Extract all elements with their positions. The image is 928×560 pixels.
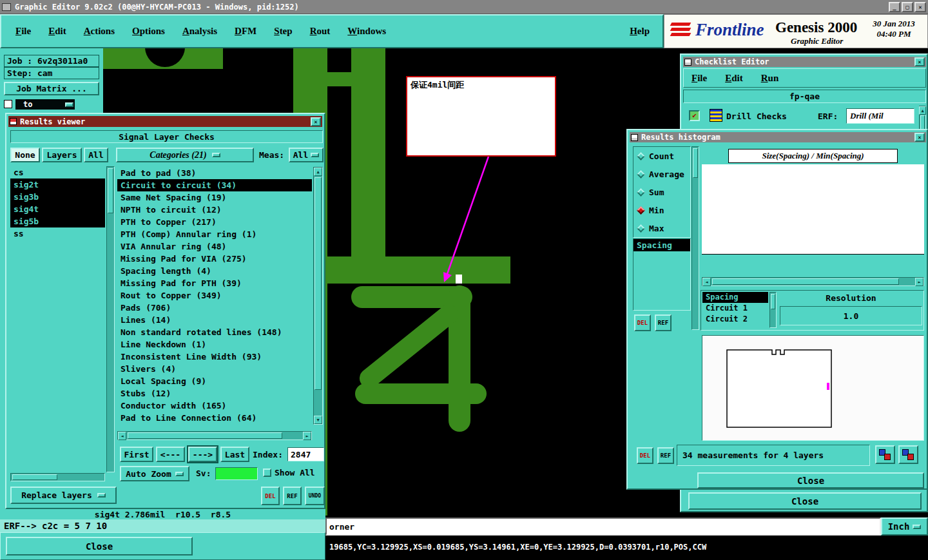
nav-next-button[interactable]: ---> [188, 447, 217, 462]
job-matrix-button[interactable]: Job Matrix ... [4, 82, 99, 95]
menu-dfm[interactable]: DFM [235, 26, 256, 37]
layer-item[interactable]: sig4t [10, 203, 105, 215]
histogram-titlebar[interactable]: Results histogram [630, 132, 926, 142]
series-list[interactable]: SpacingCircuit 1Circuit 2 [702, 292, 768, 328]
meas-dropdown[interactable]: All [289, 148, 324, 162]
scrollbar-thumb[interactable] [693, 148, 698, 178]
stat-option-min[interactable]: Min [633, 201, 690, 219]
menu-file[interactable]: File [15, 26, 31, 37]
undo-button[interactable]: UNDO [305, 487, 325, 505]
drill-checks-label[interactable]: Drill Checks [726, 111, 787, 121]
menu-windows[interactable]: Windows [347, 26, 386, 37]
histogram-ref-button[interactable]: REF [655, 314, 672, 331]
viewer-close-button[interactable]: Close [6, 537, 193, 555]
category-item[interactable]: Line Neckdown (1) [117, 338, 312, 351]
category-item[interactable]: Circuit to circuit (34) [117, 179, 312, 191]
scrollbar-thumb[interactable] [771, 294, 775, 309]
scrollbar-thumb[interactable] [712, 278, 899, 285]
window-titlebar[interactable]: Graphic Editor 9.02c2 (00@HY-HYCAM-PC013… [0, 0, 928, 14]
results-viewer-titlebar[interactable]: Results viewer [8, 116, 322, 127]
delete-measure-button[interactable]: DEL [261, 487, 280, 505]
annotation-note[interactable]: 保证4mil间距 [406, 76, 556, 157]
reference-button[interactable]: REF [283, 487, 302, 505]
scrollbar-thumb[interactable] [314, 177, 322, 390]
categories-scrollbar-vertical[interactable] [313, 167, 323, 425]
menu-run[interactable]: Run [761, 73, 779, 84]
snap-checkbox[interactable] [4, 100, 12, 108]
scroll-up-icon[interactable] [919, 106, 926, 115]
series-scrollbar[interactable] [769, 292, 777, 328]
replace-layers-dropdown[interactable]: Replace layers [10, 487, 117, 504]
nav-last-button[interactable]: Last [220, 447, 249, 462]
scroll-right-icon[interactable] [303, 432, 311, 440]
layers-scrollbar-vertical[interactable] [106, 166, 115, 472]
layers-list[interactable]: cssig2tsig3bsig4tsig5bss [10, 166, 105, 472]
category-item[interactable]: Pad to pad (38) [117, 167, 312, 179]
menu-analysis[interactable]: Analysis [182, 26, 217, 37]
category-item[interactable]: Stubs (12) [117, 387, 312, 400]
stat-option-max[interactable]: Max [633, 219, 690, 237]
checklist-close-icon[interactable] [914, 57, 925, 66]
stat-option-average[interactable]: Average [633, 165, 690, 183]
scrollbar-thumb[interactable] [12, 474, 57, 480]
nav-prev-button[interactable]: <--- [156, 447, 185, 462]
category-item[interactable]: PTH to Copper (217) [117, 216, 312, 228]
histogram-close-button[interactable]: Close [697, 472, 924, 488]
categories-scrollbar-horizontal[interactable] [117, 431, 312, 440]
histogram-close-icon[interactable] [914, 133, 925, 142]
category-item[interactable]: Missing Pad for PTH (39) [117, 277, 312, 289]
series-item[interactable]: Circuit 1 [702, 303, 768, 314]
scroll-up-icon[interactable] [314, 168, 322, 176]
results-viewer-close-icon[interactable] [311, 117, 321, 126]
category-item[interactable]: Conductor width (165) [117, 400, 312, 412]
scroll-down-icon[interactable] [314, 416, 322, 424]
histogram-ref2-button[interactable]: REF [657, 447, 674, 464]
histogram-left-scrollbar[interactable] [691, 146, 699, 330]
index-field[interactable]: 2847 [287, 447, 324, 461]
resolution-field[interactable]: 1.0 [780, 306, 922, 325]
category-item[interactable]: NPTH to circuit (12) [117, 204, 312, 216]
categories-dropdown[interactable]: Categories (21) [116, 148, 254, 162]
minimize-button[interactable] [889, 2, 900, 12]
category-item[interactable]: PTH (Comp) Annular ring (1) [117, 228, 312, 240]
scroll-left-icon[interactable] [118, 432, 126, 440]
chart-scrollbar[interactable] [702, 277, 924, 286]
series-item[interactable]: Circuit 2 [702, 314, 768, 325]
filter-all-button[interactable]: All [84, 148, 108, 162]
checklist-close-button[interactable]: Close [688, 492, 922, 510]
category-item[interactable]: Local Spacing (9) [117, 375, 312, 387]
to-dropdown[interactable]: to [15, 99, 75, 110]
close-window-button[interactable] [914, 2, 926, 12]
category-item[interactable]: VIA Annular ring (48) [117, 240, 312, 253]
checklist-titlebar[interactable]: Checklist Editor [683, 57, 926, 67]
category-item[interactable]: Non standard rotated lines (148) [117, 326, 312, 338]
erf-field[interactable]: Drill (Mil [846, 108, 914, 124]
histogram-del-button[interactable]: DEL [634, 314, 651, 331]
stat-option-sum[interactable]: Sum [633, 183, 690, 201]
category-item[interactable]: Slivers (4) [117, 363, 312, 375]
export-results-button[interactable] [898, 445, 918, 464]
menu-step[interactable]: Step [274, 26, 292, 37]
measure-list[interactable]: Spacing [633, 238, 691, 311]
category-item[interactable]: Rout to Copper (349) [117, 289, 312, 302]
menu-edit[interactable]: Edit [48, 26, 66, 37]
category-item[interactable]: Pads (706) [117, 302, 312, 314]
menu-rout[interactable]: Rout [310, 26, 331, 37]
histogram-del2-button[interactable]: DEL [637, 447, 653, 464]
categories-list[interactable]: Pad to pad (38)Circuit to circuit (34)Sa… [117, 167, 312, 425]
sv-color-swatch[interactable] [215, 467, 258, 480]
layer-item[interactable]: sig3b [10, 191, 105, 203]
category-item[interactable]: Pad to Line Connection (64) [117, 412, 312, 424]
scrollbar-thumb[interactable] [128, 432, 282, 439]
menu-help[interactable]: Help [630, 26, 650, 37]
filter-layers-button[interactable]: Layers [42, 148, 82, 162]
category-item[interactable]: Spacing length (4) [117, 265, 312, 277]
series-item[interactable]: Spacing [702, 292, 768, 303]
attach-results-button[interactable] [875, 445, 895, 464]
measurement-preview[interactable] [702, 335, 924, 441]
layer-item[interactable]: sig2t [10, 179, 105, 191]
menu-actions[interactable]: Actions [84, 26, 115, 37]
scroll-right-icon[interactable] [915, 278, 923, 286]
layers-scrollbar-horizontal[interactable] [10, 473, 105, 481]
layer-item[interactable]: sig5b [10, 215, 105, 227]
